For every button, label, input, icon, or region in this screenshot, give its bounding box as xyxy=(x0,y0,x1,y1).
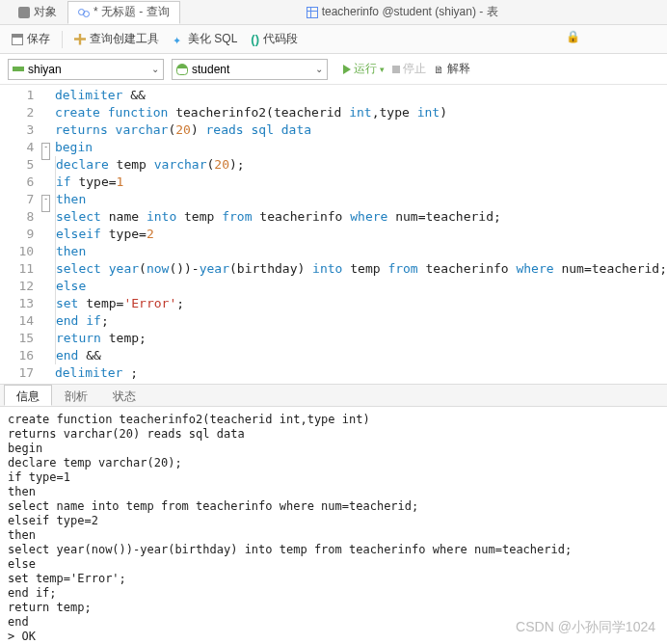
chevron-down-icon: ⌄ xyxy=(315,64,323,74)
code-snippet-button[interactable]: () 代码段 xyxy=(247,29,302,49)
button-label: 美化 SQL xyxy=(188,31,237,47)
explain-icon: 🗎 xyxy=(434,64,444,75)
beautify-sql-button[interactable]: 美化 SQL xyxy=(169,29,241,49)
save-button[interactable]: 保存 xyxy=(8,29,54,49)
query-icon xyxy=(78,7,90,18)
connection-select[interactable]: shiyan ⌄ xyxy=(8,59,164,80)
button-label: 代码段 xyxy=(263,31,298,47)
connection-icon xyxy=(13,64,24,75)
button-label: 停止 xyxy=(403,61,426,77)
code-icon: () xyxy=(251,32,259,46)
button-label: 查询创建工具 xyxy=(90,31,159,47)
tab-status[interactable]: 状态 xyxy=(100,385,148,406)
code-area[interactable]: delimiter &&create function teacherinfo2… xyxy=(53,85,667,384)
chevron-down-icon: ⌄ xyxy=(151,64,159,74)
stop-button: 停止 xyxy=(392,61,426,77)
tab-objects[interactable]: 对象 xyxy=(8,1,67,24)
save-icon xyxy=(12,34,23,45)
output-panel[interactable]: create function teacherinfo2(teacherid i… xyxy=(0,407,667,642)
database-value: student xyxy=(192,63,229,76)
tab-label: teacherinfo @student (shiyan) - 表 xyxy=(322,4,498,20)
objects-icon xyxy=(18,7,30,18)
tool-icon xyxy=(74,34,86,45)
button-label: 保存 xyxy=(27,31,50,47)
tab-table[interactable]: teacherinfo @student (shiyan) - 表 xyxy=(296,1,509,24)
database-select[interactable]: student ⌄ xyxy=(172,59,328,80)
tab-profile[interactable]: 剖析 xyxy=(52,385,100,406)
line-numbers: 1234567891011121314151617 xyxy=(0,85,41,384)
connection-bar: shiyan ⌄ student ⌄ 运行 ▾ 停止 🗎 解释 xyxy=(0,54,667,85)
tab-label: 对象 xyxy=(34,4,57,20)
lock-icon: 🔒 xyxy=(566,30,580,43)
tab-info[interactable]: 信息 xyxy=(4,385,52,406)
watermark: CSDN @小孙同学1024 xyxy=(516,619,655,636)
result-tabs: 信息 剖析 状态 xyxy=(0,384,667,407)
database-icon xyxy=(176,64,188,75)
beautify-icon xyxy=(173,34,184,45)
run-button[interactable]: 运行 ▾ xyxy=(343,61,385,77)
explain-button[interactable]: 🗎 解释 xyxy=(434,61,470,77)
query-builder-button[interactable]: 查询创建工具 xyxy=(70,29,163,49)
button-label: 运行 xyxy=(354,61,377,77)
chevron-down-icon: ▾ xyxy=(380,65,385,74)
button-label: 解释 xyxy=(447,61,470,77)
tab-query[interactable]: * 无标题 - 查询 xyxy=(67,1,180,24)
table-icon xyxy=(307,7,318,18)
separator xyxy=(62,31,63,48)
stop-icon xyxy=(392,66,400,73)
fold-column[interactable]: -- xyxy=(41,85,53,384)
run-controls: 运行 ▾ 停止 🗎 解释 xyxy=(343,61,470,77)
document-tabs: 对象 * 无标题 - 查询 teacherinfo @student (shiy… xyxy=(0,0,667,25)
play-icon xyxy=(343,65,351,74)
connection-value: shiyan xyxy=(28,63,62,76)
sql-editor[interactable]: 1234567891011121314151617 -- delimiter &… xyxy=(0,85,667,384)
tab-label: * 无标题 - 查询 xyxy=(93,4,170,20)
